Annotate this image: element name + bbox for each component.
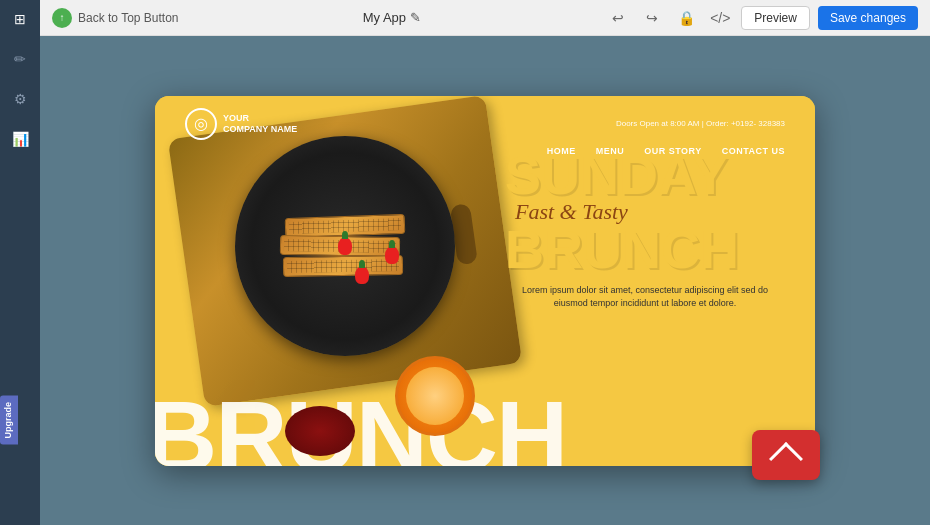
toolbar-icon-edit[interactable]: ✏ — [9, 48, 31, 70]
sauce-bowl — [285, 406, 355, 456]
edit-icon[interactable]: ✎ — [410, 10, 421, 25]
logo-circle: ◎ — [185, 108, 217, 140]
toolbar-icon-analytics[interactable]: 📊 — [9, 128, 31, 150]
chevron-up-icon — [769, 442, 803, 476]
doors-info: Doors Open at 8:00 AM | Order: +0192- 32… — [616, 119, 785, 128]
strawberry-1 — [385, 246, 399, 264]
website-preview-card: BRUNCH — [155, 96, 815, 466]
top-bar-right: ↩ ↪ 🔒 </> Preview Save changes — [605, 5, 918, 31]
left-toolbar: ⊞ ✏ ⚙ 📊 Upgrade — [0, 0, 40, 525]
upgrade-badge[interactable]: Upgrade — [0, 396, 18, 445]
hero-title-sunday: SUNDAY — [505, 151, 785, 200]
back-button-label: Back to Top Button — [78, 11, 179, 25]
top-bar-center: My App ✎ — [363, 10, 421, 25]
orange-slice — [395, 356, 475, 436]
code-button[interactable]: </> — [707, 5, 733, 31]
preview-button[interactable]: Preview — [741, 6, 810, 30]
canvas-area: BRUNCH — [40, 36, 930, 525]
strawberry-2 — [355, 266, 369, 284]
hero-title-brunch: BRUNCH — [505, 225, 785, 274]
company-name: YOUR COMPANY NAME — [223, 113, 297, 135]
food-plate — [235, 136, 455, 356]
lock-button[interactable]: 🔒 — [673, 5, 699, 31]
app-name: My App — [363, 10, 406, 25]
save-button[interactable]: Save changes — [818, 6, 918, 30]
toolbar-icon-settings[interactable]: ⚙ — [9, 88, 31, 110]
toolbar-icon-grid[interactable]: ⊞ — [9, 8, 31, 30]
back-button-circle: ↑ — [52, 8, 72, 28]
back-to-top-button[interactable] — [752, 430, 820, 480]
hero-description: Lorem ipsum dolor sit amet, consectetur … — [505, 284, 785, 311]
main-area: ↑ Back to Top Button My App ✎ ↩ ↪ 🔒 </> … — [40, 0, 930, 525]
undo-button[interactable]: ↩ — [605, 5, 631, 31]
strawberry-3 — [338, 237, 352, 255]
company-logo: ◎ YOUR COMPANY NAME — [185, 108, 297, 140]
top-bar: ↑ Back to Top Button My App ✎ ↩ ↪ 🔒 </> … — [40, 0, 930, 36]
brunch-background-text: BRUNCH — [155, 386, 815, 466]
website-top-row: ◎ YOUR COMPANY NAME Doors Open at 8:00 A… — [185, 108, 785, 140]
top-bar-left: ↑ Back to Top Button — [52, 8, 179, 28]
redo-button[interactable]: ↪ — [639, 5, 665, 31]
hero-content: SUNDAY Fast & Tasty BRUNCH Lorem ipsum d… — [505, 151, 785, 311]
